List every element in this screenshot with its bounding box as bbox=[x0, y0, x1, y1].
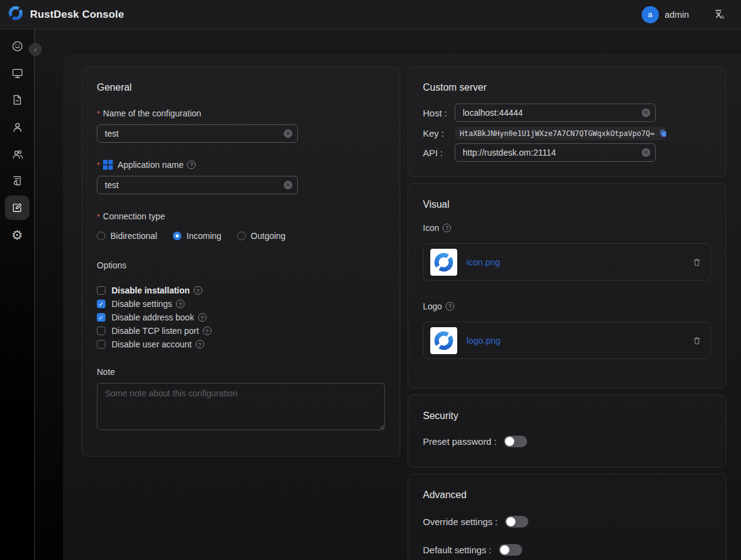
override-settings-label: Override settings : bbox=[423, 516, 498, 527]
user-icon bbox=[11, 121, 24, 134]
checkbox bbox=[97, 300, 105, 308]
icon-file-link[interactable]: icon.png bbox=[466, 257, 500, 267]
smiley-icon bbox=[11, 40, 24, 53]
trash-icon[interactable] bbox=[692, 257, 702, 267]
clear-icon[interactable]: ✕ bbox=[284, 129, 292, 138]
sidebar-item-console-config[interactable] bbox=[5, 195, 29, 220]
logo-preview bbox=[430, 327, 457, 354]
config-name-label: Name of the configuration bbox=[103, 107, 201, 119]
translate-icon[interactable]: A bbox=[713, 8, 726, 21]
api-input[interactable] bbox=[455, 143, 656, 162]
top-bar: RustDesk Console a admin A bbox=[0, 0, 741, 29]
key-value: HtaXBkJNHyn0e1U1jWXze7A7CN7QTGWqxkOtpaVp… bbox=[460, 129, 655, 138]
logo-file-link[interactable]: logo.png bbox=[466, 336, 501, 346]
options-label: Options bbox=[97, 259, 126, 271]
copy-icon[interactable] bbox=[659, 129, 667, 138]
clear-icon[interactable]: ✕ bbox=[642, 108, 650, 117]
avatar: a bbox=[642, 6, 659, 23]
preset-password-label: Preset password : bbox=[423, 436, 496, 447]
checkbox-disable-tcp-listen-port[interactable]: Disable TCP listen port ? bbox=[97, 324, 385, 338]
checkbox-disable-address-book[interactable]: Disable address book ? bbox=[97, 311, 385, 324]
app-name-label: Application name bbox=[118, 159, 183, 171]
custom-server-card: Custom server Host : ✕ Key : HtaXBkJNHyn… bbox=[408, 66, 726, 177]
gear-icon: ⚙ bbox=[12, 229, 23, 241]
windows-logo-icon bbox=[103, 160, 113, 170]
default-settings-label: Default settings : bbox=[423, 545, 492, 555]
advanced-title: Advanced bbox=[423, 489, 711, 501]
key-value-chip: HtaXBkJNHyn0e1U1jWXze7A7CN7QTGWqxkOtpaVp… bbox=[455, 127, 666, 140]
note-textarea[interactable] bbox=[97, 383, 385, 430]
visual-title: Visual bbox=[423, 199, 711, 211]
logo-file-row: logo.png bbox=[423, 322, 711, 359]
help-icon[interactable]: ? bbox=[446, 302, 454, 311]
host-label: Host : bbox=[423, 108, 455, 118]
help-icon[interactable]: ? bbox=[187, 161, 196, 169]
general-card: General * Name of the configuration ✕ * bbox=[82, 66, 400, 456]
user-menu[interactable]: a admin bbox=[642, 6, 690, 23]
sidebar-item-groups[interactable] bbox=[5, 142, 29, 166]
user-name: admin bbox=[665, 10, 690, 20]
checkbox bbox=[97, 327, 105, 335]
clear-icon[interactable]: ✕ bbox=[284, 181, 292, 189]
help-icon[interactable]: ? bbox=[176, 300, 184, 308]
main-content: General * Name of the configuration ✕ * bbox=[63, 54, 741, 560]
logo-label: Logo bbox=[423, 300, 442, 312]
icon-preview bbox=[430, 249, 457, 276]
sidebar-item-settings[interactable]: ⚙ bbox=[5, 222, 29, 247]
document-icon bbox=[11, 94, 23, 106]
override-settings-toggle[interactable] bbox=[505, 516, 528, 528]
checkbox-disable-installation[interactable]: Disable installation ? bbox=[97, 284, 385, 297]
security-title: Security bbox=[423, 410, 711, 422]
custom-server-title: Custom server bbox=[423, 81, 711, 94]
required-marker: * bbox=[97, 108, 100, 120]
help-icon[interactable]: ? bbox=[194, 286, 202, 295]
note-label: Note bbox=[97, 366, 115, 378]
advanced-card: Advanced Override settings : Default set… bbox=[408, 474, 726, 560]
connection-type-group: Bidirectional Incoming Outgoing bbox=[97, 231, 385, 241]
sidebar-item-status[interactable] bbox=[5, 34, 29, 58]
rustdesk-logo-icon bbox=[7, 5, 24, 24]
radio-dot bbox=[97, 232, 105, 240]
help-icon[interactable]: ? bbox=[203, 327, 211, 335]
brand: RustDesk Console bbox=[7, 5, 124, 24]
checkbox-disable-user-account[interactable]: Disable user account ? bbox=[97, 338, 385, 351]
help-icon[interactable]: ? bbox=[198, 313, 207, 322]
radio-bidirectional[interactable]: Bidirectional bbox=[97, 231, 157, 241]
default-settings-toggle[interactable] bbox=[499, 544, 522, 556]
sidebar: ⚙ bbox=[0, 29, 35, 560]
visual-card: Visual Icon ? icon.png bbox=[408, 183, 726, 388]
edit-icon bbox=[11, 202, 23, 214]
clear-icon[interactable]: ✕ bbox=[642, 148, 650, 157]
config-name-input[interactable] bbox=[97, 124, 298, 143]
help-icon[interactable]: ? bbox=[196, 340, 204, 349]
icon-file-row: icon.png bbox=[423, 243, 711, 281]
radio-dot bbox=[237, 232, 246, 240]
radio-outgoing[interactable]: Outgoing bbox=[237, 231, 286, 241]
preset-password-toggle[interactable] bbox=[504, 436, 527, 447]
checkbox bbox=[97, 286, 105, 295]
chevron-right-icon: › bbox=[34, 46, 37, 53]
checkbox-disable-settings[interactable]: Disable settings ? bbox=[97, 297, 385, 311]
checkbox bbox=[97, 313, 105, 322]
security-card: Security Preset password : bbox=[408, 395, 726, 467]
app-title: RustDesk Console bbox=[30, 9, 124, 21]
sidebar-item-users[interactable] bbox=[5, 115, 29, 139]
group-icon bbox=[11, 148, 24, 161]
radio-incoming[interactable]: Incoming bbox=[173, 231, 221, 241]
sidebar-item-audit[interactable] bbox=[5, 168, 29, 193]
general-title: General bbox=[97, 81, 385, 94]
help-icon[interactable]: ? bbox=[443, 224, 451, 232]
radio-dot bbox=[173, 232, 181, 240]
sidebar-item-devices[interactable] bbox=[5, 61, 29, 85]
sidebar-item-documents[interactable] bbox=[5, 88, 29, 112]
sidebar-expand-button[interactable]: › bbox=[29, 43, 42, 56]
app-name-input[interactable] bbox=[97, 176, 298, 194]
audit-log-icon bbox=[11, 175, 23, 187]
key-label: Key : bbox=[423, 128, 455, 138]
required-marker: * bbox=[97, 159, 100, 172]
svg-text:A: A bbox=[721, 14, 724, 20]
checkbox bbox=[97, 340, 105, 349]
trash-icon[interactable] bbox=[692, 336, 702, 346]
icon-label: Icon bbox=[423, 222, 439, 234]
host-input[interactable] bbox=[455, 104, 656, 122]
